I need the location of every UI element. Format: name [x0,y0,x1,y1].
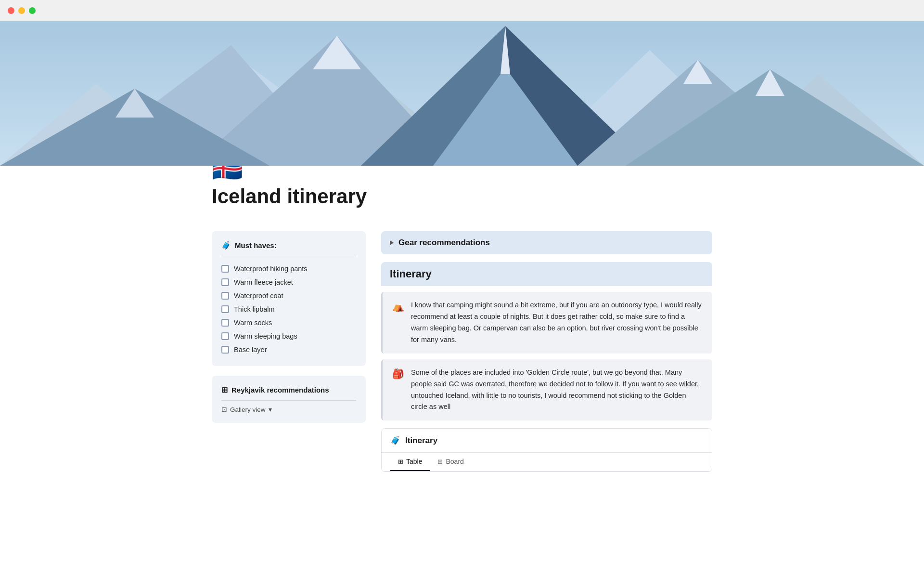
titlebar [0,0,924,21]
table-icon: ⊞ [398,458,403,465]
chevron-down-icon: ▾ [269,406,272,413]
checklist-label: Thick lipbalm [234,305,275,313]
reykjavik-title: ⊞ Reykjavik recommendations [221,385,356,394]
tent-icon: ⛺ [392,301,404,312]
checklist-label: Warm fleece jacket [234,278,293,286]
grid-icon: ⊞ [221,385,228,394]
checklist-label: Waterproof hiking pants [234,265,308,273]
checklist-item[interactable]: Warm socks [221,316,356,329]
checkbox-lipbalm[interactable] [221,305,229,313]
gallery-icon: ⊡ [221,406,227,413]
info-card-camping: ⛺ I know that camping might sound a bit … [381,292,712,354]
info-card-text: Some of the places are included into 'Go… [411,367,703,413]
checklist-item[interactable]: Base layer [221,343,356,356]
gear-recommendations-block[interactable]: Gear recommendations [381,231,712,254]
backpack-icon: 🎒 [392,368,404,380]
checklist-item[interactable]: Warm fleece jacket [221,276,356,289]
tab-board[interactable]: ⊟ Board [430,453,471,471]
expand-icon [390,240,394,245]
minimize-button[interactable] [18,7,25,14]
right-content: Gear recommendations Itinerary ⛺ I know … [381,231,712,472]
checkbox-warm-socks[interactable] [221,319,229,327]
checklist-label: Base layer [234,346,267,354]
page-header: 🇮🇸 Iceland itinerary [212,156,712,231]
gallery-view-toggle[interactable]: ⊡ Gallery view ▾ [221,400,356,413]
gear-block-title: Gear recommendations [398,238,490,248]
checklist-item[interactable]: Thick lipbalm [221,302,356,316]
reykjavik-block: ⊞ Reykjavik recommendations ⊡ Gallery vi… [212,376,366,423]
main-layout: 🧳 Must haves: Waterproof hiking pants Wa… [212,231,712,472]
page-content: 🇮🇸 Iceland itinerary 🧳 Must haves: Water… [173,156,751,501]
page-title: Iceland itinerary [212,185,712,208]
checkbox-base-layer[interactable] [221,346,229,354]
checklist-label: Warm socks [234,319,272,327]
checklist-label: Waterproof coat [234,292,283,300]
checklist-item[interactable]: Warm sleeping bags [221,329,356,343]
hero-banner [0,21,924,166]
info-card-golden-circle: 🎒 Some of the places are included into '… [381,359,712,421]
board-icon: ⊟ [437,458,443,465]
itinerary-sub-block: 🧳 Itinerary ⊞ Table ⊟ Board [381,428,712,472]
checkbox-fleece-jacket[interactable] [221,278,229,286]
close-button[interactable] [8,7,14,14]
info-card-text: I know that camping might sound a bit ex… [411,300,703,346]
checkbox-sleeping-bags[interactable] [221,332,229,340]
sidebar: 🧳 Must haves: Waterproof hiking pants Wa… [212,231,366,433]
itinerary-tabs: ⊞ Table ⊟ Board [382,453,712,472]
checklist-label: Warm sleeping bags [234,332,297,340]
maximize-button[interactable] [29,7,36,14]
must-haves-title: 🧳 Must haves: [221,241,356,256]
tab-table[interactable]: ⊞ Table [390,453,430,471]
itinerary-sub-header: 🧳 Itinerary [382,429,712,453]
checkbox-waterproof-coat[interactable] [221,292,229,300]
checkbox-waterproof-pants[interactable] [221,265,229,273]
must-haves-block: 🧳 Must haves: Waterproof hiking pants Wa… [212,231,366,366]
itinerary-heading: Itinerary [381,262,712,286]
checklist-item[interactable]: Waterproof hiking pants [221,262,356,276]
luggage-icon: 🧳 [221,241,231,250]
checklist-item[interactable]: Waterproof coat [221,289,356,302]
luggage-sub-icon: 🧳 [390,435,400,446]
